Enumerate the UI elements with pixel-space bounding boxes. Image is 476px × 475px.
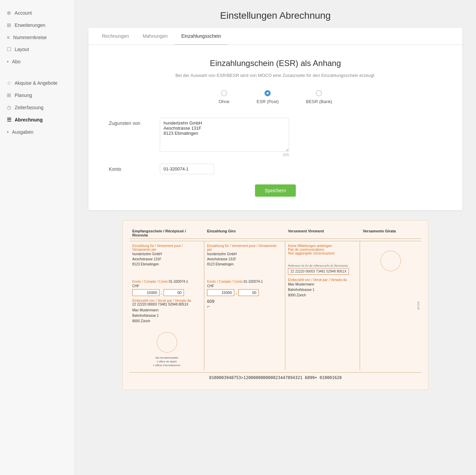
zugunsten-field-wrapper: hundertzehn GmbH Aeschstrasse 131F 8123 … [160,118,289,157]
section-title: Einzahlungschein (ESR) als Anhang [109,59,442,68]
page-title: Einstellungen Abrechnung [88,0,462,28]
radio-label-besr-bank: BESR (Bank) [306,99,332,104]
esr-col2-header: Einzahlung Giro [204,228,285,239]
esr-bracket: ⌐ [207,304,282,309]
sidebar-item-nummernkreise[interactable]: ≡ Nummernkreise [0,31,74,43]
radio-circle-besr-bank[interactable] [316,90,322,96]
zugunsten-textarea[interactable]: hundertzehn GmbH Aeschstrasse 131F 8123 … [160,118,289,152]
esr-paid-by-label-3: Einbezahlt von / Versé par / Versato da [288,278,357,282]
esr-preview: Empfangsschein / Récépissé / Ricevuta Ei… [122,220,428,390]
esr-amount-cents-1: 00 [164,289,184,296]
radio-group-esr: Ohne ESR (Post) BESR (Bank) [109,90,442,104]
zeiterfassung-icon: ◷ [7,104,11,111]
content-card: Rechnungen Mahnungen Einzahlungsschein E… [88,28,462,210]
sidebar-item-label: Zeiterfassung [15,105,44,110]
esr-stamp-text: Die AnnahmestelleL'office de dépôtL'uffi… [153,356,181,367]
sidebar-item-ausgaben[interactable]: ▪ Ausgaben [0,126,74,138]
esr-col1-body: Einzahlung für / Versement pour / Versam… [130,241,204,370]
sidebar-item-layout[interactable]: ☐ Layout [0,43,74,55]
form-row-zugunsten: Zugunsten von hundertzehn GmbH Aeschstra… [109,118,442,157]
form-row-konto: Konto [109,164,442,174]
account-icon: ⊕ [7,10,11,16]
sidebar-item-zeiterfassung[interactable]: ◷ Zeiterfassung [0,101,74,114]
radio-label-ohne: Ohne [219,99,230,104]
radio-circle-esr-post[interactable] [265,90,271,96]
esr-company-1: hundertzehn GmbHAeschstrasse 131F8123 Eb… [132,251,201,267]
erweiterungen-icon: ⊞ [7,22,11,28]
esr-col1-header: Empfangsschein / Récépissé / Ricevuta [130,228,204,239]
esr-amount-row-2: 15000 . 00 [207,289,282,296]
konto-label: Konto [109,164,153,172]
char-count: 205 [160,153,289,157]
esr-currency-2: CHF [207,284,282,288]
tab-content-einzahlungsschein: Einzahlungschein (ESR) als Anhang Bei de… [88,45,462,210]
esr-no-comm: Keine Mitteilungen anbringenPas de commu… [288,244,357,255]
sidebar-item-abo[interactable]: ▪ Abo [0,55,74,67]
tab-mahnungen[interactable]: Mahnungen [136,28,174,45]
radio-option-besr-bank[interactable]: BESR (Bank) [306,90,332,104]
sidebar-item-planung[interactable]: ⊞ Planung [0,89,74,101]
abrechnung-icon: ☰ [7,117,11,123]
sidebar-item-label: Planung [15,93,32,98]
esr-amount-main-1: 15000 [132,289,159,296]
esr-stamp-area: Die AnnahmestelleL'office de dépôtL'uffi… [132,329,201,367]
esr-orange-text-2: Einzahlung für / Versement pour / Versam… [207,244,282,251]
esr-ref-label: Referenz-Nr./N de référence/N di riferim… [288,264,357,267]
esr-amount-main-2: 15000 [207,289,234,296]
esr-amount-cents-2: 00 [238,289,259,296]
sidebar-item-akquise[interactable]: ☆ Akquise & Angebote [0,77,74,89]
esr-code-609: 609 [207,299,282,304]
save-button-row: Speichern [109,184,442,197]
sidebar-item-account[interactable]: ⊕ Account [0,7,74,19]
esr-paid-by-ref-1: 22 22220 00003 73481 52948 8051X [132,302,201,306]
esr-konto-2: Konto / Compte / Conto 01-320074-1 [207,280,282,283]
radio-label-esr-post: ESR (Post) [257,99,279,104]
radio-circle-ohne[interactable] [221,90,227,96]
zugunsten-label: Zugunsten von [109,118,153,126]
sidebar-item-label: Akquise & Angebote [15,80,57,86]
tab-rechnungen[interactable]: Rechnungen [95,28,136,45]
esr-payer-1: Max MustermannBahnhofstrasse 18000 Züric… [132,308,201,324]
esr-amount-row-1: 15000 . 00 [132,289,201,296]
sidebar-item-label: Abrechnung [15,117,42,122]
akquise-icon: ☆ [7,80,11,86]
sidebar-item-label: Account [15,10,32,16]
esr-col4-header: Versamento Girata [360,228,421,239]
layout-icon: ☐ [7,46,11,52]
nummernkreise-icon: ≡ [7,34,10,40]
esr-col4-body: 442.05 [360,241,421,370]
esr-barcode: 0100003948753>120000000000023447894321 6… [130,372,421,383]
esr-ref-box: 22 22220 00003 73481 52948 8051X [288,268,349,275]
radio-option-ohne[interactable]: Ohne [219,90,230,104]
sidebar-item-label: Nummernkreise [13,35,47,40]
esr-vertical-number: 442.05 [417,301,420,310]
planung-icon: ⊞ [7,92,11,98]
sidebar-item-label: Abo [12,59,20,64]
esr-payer-3: Max MustermannBahnhofstrasse 18000 Züric… [288,282,357,298]
tab-einzahlungsschein[interactable]: Einzahlungsschein [174,28,228,45]
esr-col2-body: Einzahlung für / Versement pour / Versam… [204,241,285,370]
radio-option-esr-post[interactable]: ESR (Post) [257,90,279,104]
esr-col3-body: Keine Mitteilungen anbringenPas de commu… [285,241,360,370]
ausgaben-icon: ▪ [7,129,8,135]
sidebar-item-label: Erweiterungen [15,22,45,28]
main-content: Einstellungen Abrechnung Rechnungen Mahn… [75,0,476,475]
esr-company-2: hundertzehn GmbHAeschstrasse 131F8123 Eb… [207,251,282,267]
sidebar-item-label: Ausgaben [12,129,33,135]
tab-bar: Rechnungen Mahnungen Einzahlungsschein [88,28,462,45]
sidebar-item-erweiterungen[interactable]: ⊞ Erweiterungen [0,19,74,31]
sidebar-item-abrechnung[interactable]: ☰ Abrechnung [0,114,74,126]
abo-icon: ▪ [7,59,8,64]
esr-paid-by-label-1: Einbezahlt von / Versé par / Versato da [132,299,201,302]
section-desc: Bei der Auswahl von ESR/BESR wird von MO… [109,73,442,78]
esr-orange-text-1: Einzahlung für / Versement pour / Versam… [132,244,201,251]
esr-stamp-circle [157,332,177,353]
konto-input[interactable] [160,164,214,174]
esr-col3-header: Versement Virement [285,228,360,239]
sidebar: ⊕ Account ⊞ Erweiterungen ≡ Nummernkreis… [0,0,75,475]
esr-col4-circle [380,251,401,271]
esr-currency-1: CHF [132,284,201,288]
esr-609-area: 609 ⌐ [207,299,282,309]
save-button[interactable]: Speichern [255,184,295,197]
sidebar-item-label: Layout [15,47,29,52]
